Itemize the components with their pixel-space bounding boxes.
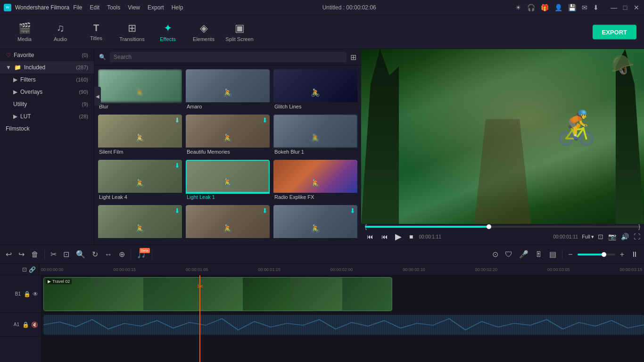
- quality-selector[interactable]: Full ▾: [582, 234, 594, 240]
- titlebar-icons: ☀ 🎧 🎁 👤 💾 ✉ ⬇ — □ ✕: [515, 4, 640, 11]
- pause-all-button[interactable]: ⏸: [629, 249, 640, 260]
- lock-icon[interactable]: 🔒: [24, 291, 31, 297]
- titlebar-left: W Wondershare Filmora File Edit Tools Vi…: [4, 4, 183, 11]
- snapshot-icon[interactable]: 📷: [608, 233, 616, 240]
- sidebar-collapse-button[interactable]: ◀: [94, 87, 101, 106]
- effects-search-input[interactable]: [110, 52, 347, 62]
- effect-silent-film[interactable]: 🚴 ⬇ Silent Film: [98, 115, 182, 156]
- volume-icon[interactable]: 🔊: [621, 233, 629, 240]
- effect-blur[interactable]: 🚴 Blur: [98, 69, 182, 111]
- effect-beautiful-mem[interactable]: 🚴 ⬇ Beautifu Memories: [186, 115, 270, 156]
- effect-thumb6[interactable]: 🚴 ⬇: [273, 205, 357, 241]
- gift-icon[interactable]: 🎁: [541, 4, 549, 11]
- tool-elements[interactable]: ◈ Elements: [187, 18, 221, 46]
- ruler-mark-8: 00:00:03:15: [619, 267, 642, 272]
- redo-button[interactable]: ↪: [17, 249, 26, 260]
- step-back-button[interactable]: ⏭: [379, 232, 389, 241]
- sidebar-item-filmstock[interactable]: Filmstock: [0, 123, 94, 135]
- export-button[interactable]: EXPORT: [593, 25, 636, 39]
- sidebar-item-included[interactable]: ▼ 📁 Included (287): [0, 61, 94, 74]
- zoom-in-button[interactable]: +: [618, 249, 626, 260]
- effect-light-leak-1[interactable]: 🚴 Light Leak 1: [186, 160, 270, 201]
- effect-glitch-label: Glitch Lines: [273, 102, 357, 111]
- mirror-button[interactable]: ↔: [103, 249, 114, 260]
- effect-bokeh[interactable]: 🚴 Bokeh Blur 1: [273, 115, 357, 156]
- zoom-button[interactable]: 🔍: [74, 249, 87, 260]
- add-marker-button[interactable]: ⊕: [117, 249, 127, 260]
- transitions-icon: ⊞: [128, 22, 136, 34]
- shield-icon[interactable]: 🛡: [503, 249, 514, 260]
- maximize-button[interactable]: □: [621, 4, 629, 11]
- beta-badge: Beta: [140, 248, 150, 253]
- effect-glitch[interactable]: 🚴 Glitch Lines: [273, 69, 357, 111]
- snap-icon[interactable]: ⊙: [490, 249, 500, 260]
- effect-silent-film-thumb: 🚴 ⬇: [98, 115, 182, 148]
- audio-lock-icon[interactable]: 🔒: [22, 321, 29, 328]
- menu-export[interactable]: Export: [148, 4, 164, 11]
- sidebar-item-lut[interactable]: ▶ LUT (28): [0, 110, 94, 123]
- minimize-button[interactable]: —: [610, 4, 618, 11]
- play-button[interactable]: ▶: [393, 230, 404, 243]
- rewind-button[interactable]: ⏮: [365, 232, 375, 241]
- tool-media[interactable]: 🎬 Media: [8, 18, 41, 46]
- link-icon[interactable]: 🔗: [29, 266, 36, 273]
- effect-thumb4[interactable]: 🚴 ⬇: [98, 205, 182, 241]
- crop-button[interactable]: ⊡: [61, 249, 71, 260]
- sidebar-item-favorite[interactable]: ♡ Favorite (0): [0, 49, 94, 61]
- mute-icon[interactable]: 🔇: [31, 321, 38, 328]
- headphone-icon[interactable]: 🎧: [527, 4, 535, 11]
- menu-edit[interactable]: Edit: [90, 4, 100, 11]
- overlays-label: Overlays: [20, 89, 42, 95]
- pip-icon[interactable]: ⊡: [598, 233, 603, 240]
- grid-view-icon[interactable]: ⊞: [350, 53, 356, 62]
- video-clip[interactable]: ▶ Travel 02: [43, 277, 392, 311]
- biker-icon: 🚴: [308, 85, 322, 99]
- tool-transitions[interactable]: ⊞ Transitions: [115, 18, 149, 46]
- close-button[interactable]: ✕: [633, 4, 640, 11]
- app-name: Wondershare Filmora: [15, 4, 69, 11]
- person-icon[interactable]: 👤: [554, 4, 562, 11]
- tool-effects[interactable]: ✦ Effects: [151, 18, 185, 46]
- menu-file[interactable]: File: [73, 4, 82, 11]
- mail-icon[interactable]: ✉: [582, 4, 587, 11]
- track-header-snap: ⊡ 🔗: [0, 264, 39, 275]
- rotate-button[interactable]: ↻: [90, 249, 100, 260]
- eye-icon[interactable]: 👁: [33, 291, 38, 297]
- preview-progress-thumb: [487, 224, 491, 229]
- tool-audio[interactable]: ♫ Audio: [43, 18, 77, 46]
- effect-radio-fx[interactable]: 🚴 Radio Explike FX: [273, 160, 357, 201]
- effect-thumb5[interactable]: 🚴 ⬇: [186, 205, 270, 241]
- sidebar-item-filters[interactable]: ▶ Filters (160): [0, 74, 94, 86]
- subtitle-icon[interactable]: ▤: [547, 249, 558, 260]
- delete-button[interactable]: 🗑: [29, 249, 41, 260]
- fullscreen-icon[interactable]: ⛶: [634, 233, 640, 240]
- biker-icon: 🚴: [308, 221, 322, 235]
- stop-button[interactable]: ■: [407, 232, 415, 241]
- menu-tools[interactable]: Tools: [107, 4, 120, 11]
- tool-titles[interactable]: T Titles: [79, 18, 113, 46]
- effect-amaro[interactable]: 🚴 Amaro: [186, 69, 270, 111]
- cut-button[interactable]: ✂: [49, 249, 58, 260]
- snap-icon[interactable]: ⊡: [22, 266, 27, 273]
- sidebar-item-overlays[interactable]: ▶ Overlays (90): [0, 86, 94, 98]
- effect-light-leak-4[interactable]: 🚴 ⬇ Light Leak 4: [98, 160, 182, 201]
- zoom-out-button[interactable]: −: [566, 249, 574, 260]
- preview-progress-bar[interactable]: { }: [365, 226, 640, 228]
- zoom-slider[interactable]: [578, 254, 615, 255]
- download-icon[interactable]: ⬇: [593, 4, 599, 11]
- timeline-right-controls: ⊙ 🛡 🎤 🎚 ▤ − + ⏸: [490, 249, 640, 260]
- audio-adjust-icon[interactable]: 🎚: [533, 249, 545, 260]
- sun-icon[interactable]: ☀: [515, 4, 521, 11]
- beat-sync-button[interactable]: 🎵 Beta: [135, 249, 148, 260]
- favorite-icon: ♡: [6, 52, 11, 58]
- tool-splitscreen[interactable]: ▣ Split Screen: [223, 18, 256, 46]
- save-icon[interactable]: 💾: [568, 4, 576, 11]
- sidebar-item-utility[interactable]: Utility (9): [0, 98, 94, 110]
- biker-icon: 🚴: [133, 221, 147, 235]
- menu-view[interactable]: View: [128, 4, 140, 11]
- mic-icon[interactable]: 🎤: [517, 249, 530, 260]
- menu-help[interactable]: Help: [172, 4, 183, 11]
- audio-track: [41, 313, 644, 337]
- undo-button[interactable]: ↩: [4, 249, 14, 260]
- chevron-down-icon: ▾: [591, 234, 594, 240]
